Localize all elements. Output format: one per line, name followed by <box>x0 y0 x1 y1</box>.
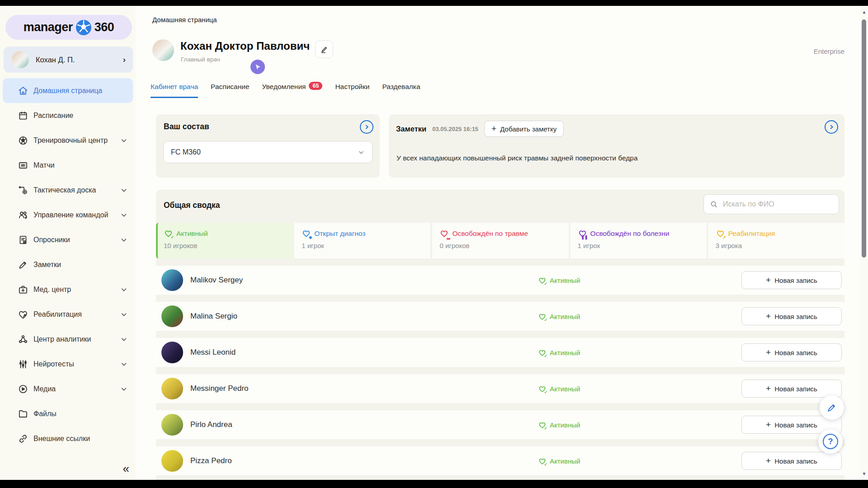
sidebar-item-sliders[interactable]: Нейротесты <box>0 352 136 376</box>
player-row[interactable]: Malikov Sergey✓Активный+Новая запись <box>156 266 844 295</box>
status-filter-count: 0 игроков <box>439 242 568 249</box>
new-record-button-label: Новая запись <box>774 385 817 393</box>
plus-icon: + <box>766 384 771 393</box>
plus-icon: + <box>766 312 771 320</box>
player-row[interactable]: Messinger Pedro✓Активный+Новая запись <box>156 374 844 403</box>
sidebar-nav: Домашняя страницаРасписаниеТренировочный… <box>0 78 136 451</box>
player-status-label: Активный <box>550 313 580 320</box>
sidebar-item-ball[interactable]: Тренировочный центр <box>0 128 136 153</box>
status-filter-0[interactable]: ✓Активный10 игроков <box>156 223 292 258</box>
status-filter-2[interactable]: ▂Освобождён по травме0 игроков <box>432 223 568 258</box>
status-filter-1[interactable]: ◆Открыт диагноз1 игрок <box>294 223 430 258</box>
sidebar-item-survey[interactable]: Опросники <box>0 227 136 252</box>
sidebar-item-analytics[interactable]: Центр аналитики <box>0 327 136 352</box>
search-icon <box>710 200 718 208</box>
chevron-down-icon <box>120 311 127 318</box>
team-icon <box>17 209 29 221</box>
plus-icon: + <box>766 420 771 429</box>
sidebar-collapse-button[interactable]: « <box>123 463 129 474</box>
player-search <box>703 194 839 214</box>
cursor-arrow-icon <box>255 64 261 70</box>
status-filter-label-row: ▂Освобождён по травме <box>439 229 568 238</box>
plus-icon: + <box>766 348 771 357</box>
sidebar-item-label: Файлы <box>33 410 57 418</box>
status-filter-count: 1 игрок <box>578 242 707 249</box>
scrollbar-thumb[interactable] <box>862 19 866 258</box>
player-row[interactable]: Pizza Pedro✓Активный+Новая запись <box>156 446 844 475</box>
tab-расписание[interactable]: Расписание <box>211 83 249 98</box>
sidebar-item-play[interactable]: Медиа <box>0 376 136 401</box>
user-avatar <box>12 51 29 68</box>
sidebar-item-medbag[interactable]: Мед. центр <box>0 277 136 302</box>
player-row[interactable]: Pirlo Andrea✓Активный+Новая запись <box>156 410 844 439</box>
squad-open-button[interactable] <box>360 120 373 134</box>
new-record-button[interactable]: +Новая запись <box>741 380 842 398</box>
new-record-button[interactable]: +Новая запись <box>741 452 842 470</box>
heart-check-icon: ✓ <box>538 312 547 321</box>
player-status: ✓Активный <box>538 348 580 357</box>
player-row[interactable]: Messi Leonid✓Активный+Новая запись <box>156 338 844 367</box>
sidebar-item-link[interactable]: Внешние ссылки <box>0 426 136 451</box>
new-record-button[interactable]: +Новая запись <box>741 271 842 289</box>
plan-badge: Enterprise <box>814 47 844 55</box>
player-name: Messinger Pedro <box>190 384 249 393</box>
chevron-down-icon <box>120 385 127 393</box>
sidebar-item-heart[interactable]: Реабилитация <box>0 302 136 327</box>
chevron-down-icon <box>120 336 127 343</box>
status-filter-3[interactable]: ❚❚Освобождён по болезни1 игрок <box>571 223 707 258</box>
new-record-button-label: Новая запись <box>774 313 817 320</box>
status-filter-4[interactable]: ↗Реабилитация3 игрока <box>708 223 844 258</box>
sidebar-item-label: Матчи <box>33 161 55 169</box>
status-filter-label: Активный <box>176 230 208 238</box>
status-filter-count: 1 игрок <box>302 242 430 249</box>
sidebar-item-label: Мед. центр <box>33 286 71 294</box>
new-record-button[interactable]: +Новая запись <box>741 343 842 361</box>
tab-уведомления[interactable]: Уведомления65 <box>262 83 323 98</box>
sidebar-item-team[interactable]: Управление командой <box>0 202 136 227</box>
sidebar-item-label: Домашняя страница <box>33 87 102 95</box>
status-sub-glyph: ✓ <box>544 390 547 394</box>
new-record-button-label: Новая запись <box>774 349 817 357</box>
sidebar-item-label: Расписание <box>33 112 73 120</box>
add-note-button[interactable]: + Добавить заметку <box>484 121 564 137</box>
app-surface: manager 360 Кохан Д. П. › Домашняя стран… <box>0 6 868 480</box>
status-sub-glyph: ✓ <box>544 282 547 286</box>
player-status-label: Активный <box>550 421 580 429</box>
scroll-up-arrow[interactable]: ▲ <box>860 9 868 14</box>
player-status: ✓Активный <box>538 276 580 285</box>
notes-open-button[interactable] <box>825 120 838 134</box>
help-fab[interactable]: ? <box>818 429 843 454</box>
sidebar-item-label: Внешние ссылки <box>33 435 90 443</box>
notification-count-badge: 65 <box>309 82 322 90</box>
player-row[interactable]: Malina Sergio✓Активный+Новая запись <box>156 302 844 331</box>
player-avatar <box>161 342 183 363</box>
chevron-right-circle-icon <box>363 123 370 131</box>
tab-doctor-office[interactable]: Кабинет врача <box>151 83 198 98</box>
sidebar-item-calendar[interactable]: Расписание <box>0 103 136 128</box>
cursor-pointer-badge <box>250 60 265 74</box>
squad-card-title: Ваш состав <box>164 122 209 131</box>
edit-profile-button[interactable] <box>315 40 333 58</box>
status-filter-label-row: ❚❚Освобождён по болезни <box>578 229 707 238</box>
tab-раздевалка[interactable]: Раздевалка <box>382 83 420 98</box>
search-input[interactable] <box>722 200 828 209</box>
status-sub-glyph: ✓ <box>544 427 547 431</box>
sidebar-item-scoreboard[interactable]: Матчи <box>0 153 136 178</box>
pen-icon <box>17 259 29 271</box>
quick-note-fab[interactable] <box>820 395 844 420</box>
team-select[interactable]: FC M360 <box>163 141 373 163</box>
tactics-icon <box>17 184 29 196</box>
sidebar-user-profile[interactable]: Кохан Д. П. › <box>4 47 133 73</box>
sidebar-item-label: Управление командой <box>33 211 108 219</box>
player-avatar <box>161 450 183 472</box>
sidebar-item-pen[interactable]: Заметки <box>0 252 136 277</box>
sliders-icon <box>17 358 29 370</box>
sidebar-item-home[interactable]: Домашняя страница <box>3 78 133 103</box>
player-status-label: Активный <box>550 457 580 465</box>
sidebar-item-folder[interactable]: Файлы <box>0 401 136 426</box>
new-record-button[interactable]: +Новая запись <box>741 307 842 325</box>
status-sub-glyph: ▂ <box>447 235 450 239</box>
tab-настройки[interactable]: Настройки <box>335 83 369 98</box>
scroll-down-arrow[interactable]: ▼ <box>860 471 868 476</box>
sidebar-item-tactics[interactable]: Тактическая доска <box>0 178 136 202</box>
